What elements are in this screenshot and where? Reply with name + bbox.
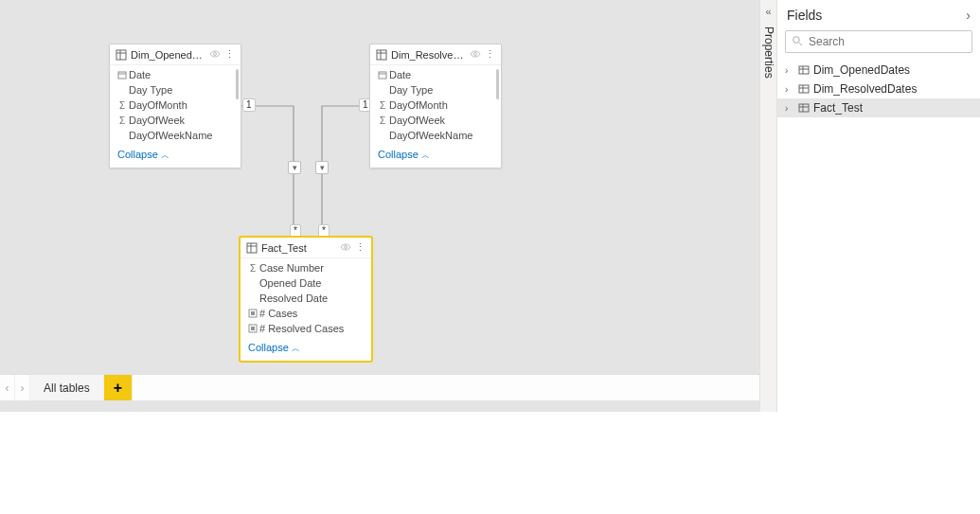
collapse-link[interactable]: Collapse ︿ — [241, 338, 371, 361]
fields-tree: › Dim_OpenedDates › Dim_ResolvedDates › … — [777, 61, 980, 117]
properties-label: Properties — [762, 27, 775, 79]
sigma-icon — [116, 115, 129, 126]
field-row[interactable]: Resolved Date — [241, 291, 371, 306]
sigma-icon — [246, 263, 259, 274]
field-row[interactable]: Day Type — [110, 82, 241, 97]
tab-nav-prev[interactable]: ‹ — [0, 375, 15, 400]
tab-nav-next[interactable]: › — [15, 375, 30, 400]
field-row[interactable]: DayOfWeek — [110, 113, 241, 128]
scrollbar-thumb[interactable] — [236, 69, 239, 99]
table-title: Dim_OpenedDates — [131, 49, 205, 61]
field-row[interactable]: Date — [110, 67, 241, 82]
svg-rect-22 — [799, 66, 809, 74]
field-row[interactable]: DayOfMonth — [370, 97, 501, 113]
tree-item-dim-openeddates[interactable]: › Dim_OpenedDates — [777, 61, 980, 80]
cardinality-many: * — [318, 224, 330, 238]
tree-item-label: Dim_ResolvedDates — [813, 82, 917, 96]
fields-search[interactable] — [785, 30, 972, 53]
expand-pane-icon[interactable]: « — [765, 0, 771, 23]
filter-direction-icon[interactable]: ▾ — [315, 161, 329, 174]
svg-line-21 — [799, 43, 802, 45]
date-field-icon — [376, 70, 389, 80]
field-row[interactable]: # Cases — [241, 306, 371, 321]
field-row[interactable]: # Resolved Cases — [241, 321, 371, 336]
model-canvas[interactable]: 1 1 ▾ ▾ * * Dim_OpenedDates ⋮ Date Day T… — [0, 0, 759, 412]
tree-item-label: Dim_OpenedDates — [813, 63, 910, 77]
table-icon — [246, 242, 258, 254]
svg-rect-17 — [251, 311, 255, 315]
tab-add-layout[interactable]: + — [104, 375, 133, 400]
svg-rect-28 — [799, 104, 809, 112]
cardinality-one: 1 — [242, 98, 256, 112]
tree-item-label: Fact_Test — [813, 101, 863, 115]
tree-item-dim-resolveddates[interactable]: › Dim_ResolvedDates — [777, 80, 980, 98]
table-icon — [798, 83, 810, 95]
table-title: Dim_ResolvedDates — [391, 49, 466, 61]
table-card-dim-resolveddates[interactable]: Dim_ResolvedDates ⋮ Date Day Type DayOfM… — [369, 44, 502, 168]
properties-pane-collapsed[interactable]: « Properties — [759, 0, 776, 412]
table-card-fact-test[interactable]: Fact_Test ⋮ Case Number Opened Date Reso… — [240, 237, 372, 362]
sigma-icon — [376, 100, 389, 111]
visibility-icon[interactable] — [340, 242, 351, 254]
more-options-icon[interactable]: ⋮ — [485, 48, 495, 61]
collapse-link[interactable]: Collapse ︿ — [110, 145, 241, 168]
visibility-icon[interactable] — [209, 49, 221, 61]
fields-pane: Fields › › Dim_OpenedDates › Dim_Resolve… — [776, 0, 980, 412]
chevron-right-icon: › — [785, 65, 798, 76]
sigma-icon — [116, 100, 129, 111]
fields-pane-title: Fields — [787, 8, 966, 23]
svg-rect-6 — [377, 50, 386, 60]
measure-icon — [246, 324, 259, 333]
visibility-icon[interactable] — [470, 49, 481, 61]
svg-point-9 — [474, 52, 477, 55]
table-icon — [376, 49, 387, 61]
cardinality-many: * — [290, 224, 301, 238]
svg-point-20 — [793, 36, 800, 43]
svg-rect-25 — [799, 85, 809, 93]
svg-rect-10 — [379, 72, 386, 79]
field-row[interactable]: Case Number — [241, 260, 371, 275]
sigma-icon — [376, 115, 389, 126]
field-row[interactable]: DayOfWeekName — [110, 128, 241, 143]
field-row[interactable]: Opened Date — [241, 275, 371, 291]
field-row[interactable]: DayOfMonth — [110, 97, 241, 113]
chevron-right-icon: › — [785, 84, 798, 95]
measure-icon — [246, 309, 259, 318]
filter-direction-icon[interactable]: ▾ — [288, 161, 301, 174]
chevron-right-icon: › — [785, 103, 798, 114]
scrollbar-thumb[interactable] — [496, 69, 499, 99]
table-icon — [116, 49, 127, 61]
field-row[interactable]: Day Type — [370, 82, 501, 97]
svg-rect-0 — [116, 50, 126, 60]
svg-rect-19 — [251, 327, 255, 330]
svg-point-15 — [345, 245, 347, 248]
field-row[interactable]: DayOfWeek — [370, 113, 501, 128]
field-row[interactable]: Date — [370, 67, 501, 82]
date-field-icon — [116, 70, 129, 80]
svg-rect-12 — [247, 243, 257, 253]
svg-point-3 — [214, 52, 217, 55]
search-icon — [792, 35, 803, 49]
more-options-icon[interactable]: ⋮ — [355, 241, 365, 254]
svg-rect-4 — [118, 72, 126, 79]
table-icon — [798, 102, 810, 114]
collapse-pane-icon[interactable]: › — [966, 8, 971, 23]
table-card-dim-openeddates[interactable]: Dim_OpenedDates ⋮ Date Day Type DayOfMon… — [109, 44, 241, 168]
table-icon — [798, 64, 810, 76]
collapse-link[interactable]: Collapse ︿ — [370, 145, 501, 168]
more-options-icon[interactable]: ⋮ — [224, 48, 235, 61]
layout-tabs: ‹ › All tables + — [0, 374, 759, 400]
tree-item-fact-test[interactable]: › Fact_Test — [777, 98, 980, 117]
field-row[interactable]: DayOfWeekName — [370, 128, 501, 143]
search-input[interactable] — [807, 34, 966, 49]
table-title: Fact_Test — [261, 242, 336, 254]
tab-all-tables[interactable]: All tables — [30, 375, 104, 400]
